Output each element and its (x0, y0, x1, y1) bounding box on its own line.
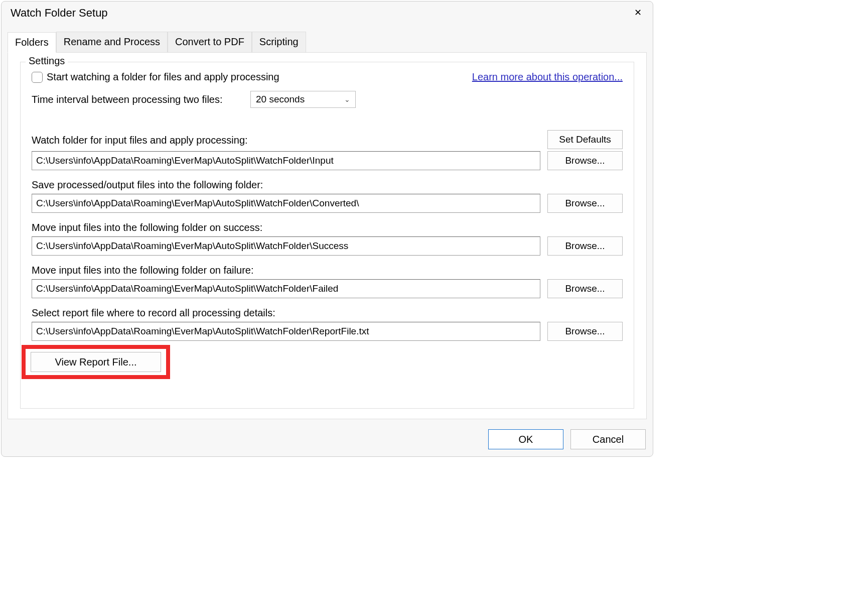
highlight-annotation: View Report File... (22, 345, 170, 379)
output-folder-label: Save processed/output files into the fol… (32, 179, 623, 191)
set-defaults-button[interactable]: Set Defaults (547, 130, 623, 149)
interval-label: Time interval between processing two fil… (32, 94, 242, 105)
success-folder-row: Browse... (32, 236, 623, 256)
settings-groupbox: Settings Start watching a folder for fil… (20, 62, 634, 409)
close-icon[interactable]: ✕ (632, 7, 644, 19)
tab-panel-folders: Settings Start watching a folder for fil… (8, 53, 647, 419)
group-legend: Settings (26, 55, 68, 67)
start-watching-row: Start watching a folder for files and ap… (32, 71, 279, 83)
interval-select[interactable]: 20 seconds ⌄ (250, 91, 356, 108)
cancel-button[interactable]: Cancel (570, 429, 646, 449)
tab-scripting[interactable]: Scripting (252, 32, 306, 52)
start-watching-checkbox[interactable] (32, 72, 43, 83)
report-file-field[interactable] (32, 322, 540, 341)
top-row: Start watching a folder for files and ap… (32, 71, 623, 83)
view-report-file-button[interactable]: View Report File... (31, 352, 161, 372)
failure-folder-field[interactable] (32, 279, 540, 298)
learn-more-link[interactable]: Learn more about this operation... (472, 71, 623, 83)
tabstrip: Folders Rename and Process Convert to PD… (8, 32, 647, 53)
browse-report-button[interactable]: Browse... (547, 322, 623, 341)
chevron-down-icon: ⌄ (344, 95, 350, 103)
tab-folders[interactable]: Folders (8, 32, 56, 53)
browse-output-button[interactable]: Browse... (547, 194, 623, 213)
browse-failure-button[interactable]: Browse... (547, 279, 623, 298)
tab-rename-and-process[interactable]: Rename and Process (56, 32, 168, 52)
highlight-wrap: View Report File... (22, 344, 623, 379)
dialog-title: Watch Folder Setup (11, 7, 108, 20)
success-folder-label: Move input files into the following fold… (32, 222, 623, 233)
browse-input-button[interactable]: Browse... (547, 151, 623, 170)
input-folder-label: Watch folder for input files and apply p… (32, 135, 248, 146)
report-file-row: Browse... (32, 322, 623, 341)
titlebar: Watch Folder Setup ✕ (2, 2, 653, 20)
watch-folder-setup-dialog: Watch Folder Setup ✕ Folders Rename and … (1, 1, 653, 457)
report-file-label: Select report file where to record all p… (32, 307, 623, 319)
start-watching-label: Start watching a folder for files and ap… (47, 71, 279, 83)
failure-folder-row: Browse... (32, 279, 623, 298)
input-folder-header-row: Watch folder for input files and apply p… (32, 130, 623, 149)
browse-success-button[interactable]: Browse... (547, 236, 623, 256)
interval-value: 20 seconds (256, 94, 305, 105)
input-folder-row: Browse... (32, 151, 623, 170)
output-folder-row: Browse... (32, 194, 623, 213)
failure-folder-label: Move input files into the following fold… (32, 265, 623, 276)
interval-row: Time interval between processing two fil… (32, 91, 623, 108)
tab-convert-to-pdf[interactable]: Convert to PDF (168, 32, 252, 52)
output-folder-field[interactable] (32, 194, 540, 213)
input-folder-field[interactable] (32, 151, 540, 170)
ok-button[interactable]: OK (488, 429, 563, 449)
success-folder-field[interactable] (32, 236, 540, 256)
bottom-bar: OK Cancel (488, 429, 646, 449)
